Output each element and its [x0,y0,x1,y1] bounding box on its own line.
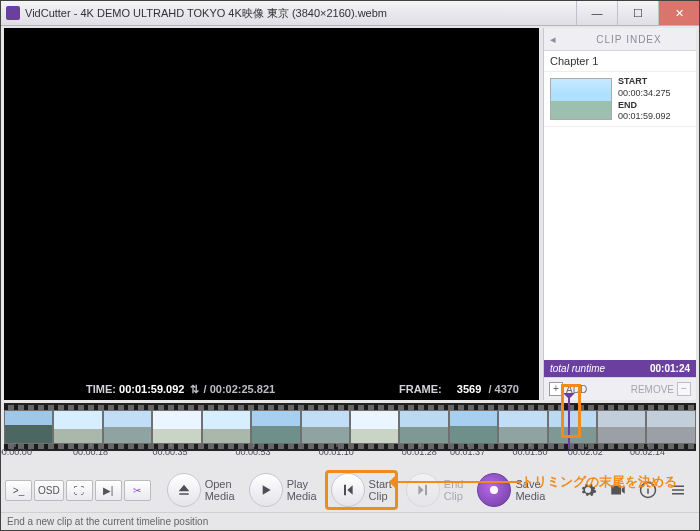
time-label: TIME: [86,383,116,395]
video-status-overlay: TIME: 00:01:59.092 ⇅ / 00:02:25.821 FRAM… [4,383,539,396]
skip-end-icon: ▶| [103,485,114,496]
clip-index-title: CLIP INDEX [562,34,696,45]
clip-thumbnail [550,78,612,120]
tick: 00:01:28 [402,447,437,457]
statusbar: End a new clip at the current timeline p… [1,512,699,530]
clip-list[interactable]: Chapter 1 START 00:00:34.275 END 00:01:5… [544,51,696,360]
record-icon [486,482,502,498]
scissors-icon: ✂ [133,485,141,496]
tick: 00:02:02 [568,447,603,457]
window-title: VidCutter - 4K DEMO ULTRAHD TOKYO 4K映像 東… [25,6,576,21]
tick: 00:01:50 [512,447,547,457]
tick: 00:02:14 [630,447,665,457]
close-button[interactable]: ✕ [658,1,699,25]
smartcut-button[interactable]: ✂ [124,480,151,501]
clip-start-icon [340,482,356,498]
clip-end-icon [415,482,431,498]
tick: 00:01:37 [450,447,485,457]
clip-item[interactable]: START 00:00:34.275 END 00:01:59.092 [544,72,696,127]
clip-index-panel: ◂ CLIP INDEX Chapter 1 START 00:00:34.27… [543,28,696,400]
fullscreen-button[interactable]: ⛶ [66,480,93,501]
remove-clip-button[interactable]: REMOVE − [620,382,696,396]
svg-rect-6 [672,493,684,495]
time-total: / 00:02:25.821 [204,383,276,395]
total-runtime-value: 00:01:24 [650,363,690,374]
tick: 00:01:10 [319,447,354,457]
info-button[interactable] [637,479,659,501]
total-runtime-bar: total runtime 00:01:24 [544,360,696,377]
svg-rect-3 [647,486,649,488]
save-media-button[interactable]: SaveMedia [471,470,551,510]
settings-button[interactable] [577,479,599,501]
start-clip-button[interactable]: StartClip [325,470,398,510]
status-text: End a new clip at the current timeline p… [7,516,208,527]
menu-icon [669,481,687,499]
play-media-button[interactable]: PlayMedia [243,470,323,510]
media-info-button[interactable] [607,479,629,501]
tick: 00:00:53 [236,447,271,457]
svg-rect-4 [672,486,684,488]
clip-info: START 00:00:34.275 END 00:01:59.092 [618,76,671,122]
svg-rect-2 [647,489,649,494]
osd-button[interactable]: OSD [34,480,64,501]
frame-label: FRAME: [399,383,442,395]
remove-label: REMOVE [631,384,674,395]
plus-icon: + [549,382,563,396]
frame-total: / 4370 [488,383,519,395]
time-spinner-icon[interactable]: ⇅ [190,383,199,395]
clip-start-time: 00:00:34.275 [618,88,671,99]
menu-button[interactable] [667,479,689,501]
app-window: VidCutter - 4K DEMO ULTRAHD TOKYO 4K映像 東… [0,0,700,531]
video-preview[interactable]: TIME: 00:01:59.092 ⇅ / 00:02:25.821 FRAM… [4,28,539,400]
gear-icon [579,481,597,499]
video-icon [609,481,627,499]
end-clip-button[interactable]: EndClip [400,470,470,510]
app-icon [6,6,20,20]
main-toolbar: >_ OSD ⛶ ▶| ✂ OpenMedia PlayMedia StartC… [1,468,699,512]
filmstrip[interactable] [4,403,696,451]
add-clip-button[interactable]: + ADD [544,382,620,396]
total-runtime-label: total runtime [550,363,605,374]
timeline[interactable]: 00:00:00 00:00:18 00:00:35 00:00:53 00:0… [4,403,696,465]
fullscreen-icon: ⛶ [74,485,84,496]
clip-start-label: START [618,76,671,87]
tick: 00:00:00 [0,447,32,457]
timeline-ticks: 00:00:00 00:00:18 00:00:35 00:00:53 00:0… [4,447,696,465]
clip-end-time: 00:01:59.092 [618,111,671,122]
skip-end-button[interactable]: ▶| [95,480,122,501]
time-current: 00:01:59.092 [119,383,184,395]
svg-point-0 [490,486,498,494]
console-button[interactable]: >_ [5,480,32,501]
minus-icon: − [677,382,691,396]
info-icon [639,481,657,499]
eject-icon [176,482,192,498]
titlebar: VidCutter - 4K DEMO ULTRAHD TOKYO 4K映像 東… [1,1,699,26]
svg-rect-5 [672,489,684,491]
chapter-title[interactable]: Chapter 1 [544,51,696,72]
frame-current: 3569 [457,383,481,395]
open-media-button[interactable]: OpenMedia [161,470,241,510]
collapse-clip-index-icon[interactable]: ◂ [544,33,562,46]
tick: 00:00:18 [73,447,108,457]
playhead[interactable] [568,397,570,449]
minimize-button[interactable]: — [576,1,617,25]
tick: 00:00:35 [153,447,188,457]
play-icon [258,482,274,498]
maximize-button[interactable]: ☐ [617,1,658,25]
clip-end-label: END [618,100,671,111]
